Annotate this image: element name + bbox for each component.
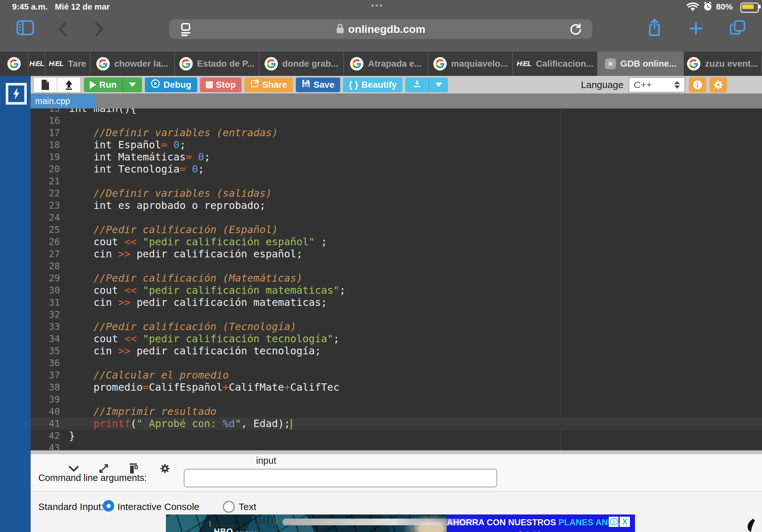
google-favicon-icon bbox=[7, 57, 21, 71]
language-select[interactable]: C++ bbox=[629, 77, 685, 93]
run-button[interactable]: Run bbox=[84, 78, 122, 92]
line-number: 25 bbox=[31, 224, 60, 235]
code-line-15[interactable]: 15int main(){ bbox=[31, 108, 762, 114]
code-line-38[interactable]: 38 promedio=CalifEspañol+CalifMate+Calif… bbox=[31, 381, 762, 393]
new-tab-button[interactable] bbox=[689, 21, 703, 37]
code-line-26[interactable]: 26 cout << "pedir calificación español" … bbox=[31, 236, 762, 248]
browser-tab-chowder-la[interactable]: chowder la... bbox=[90, 52, 175, 76]
line-content: int main(){ bbox=[69, 108, 137, 114]
code-line-19[interactable]: 19 int Matemáticas= 0; bbox=[31, 151, 762, 163]
code-editor[interactable]: 15int main(){1617 //Definir variables (e… bbox=[31, 108, 762, 450]
line-number: 36 bbox=[31, 358, 60, 368]
interactive-console-radio[interactable] bbox=[103, 500, 114, 511]
code-line-34[interactable]: 34 cout << "pedir calificación tecnologí… bbox=[31, 333, 762, 345]
share-code-button[interactable]: Share bbox=[244, 78, 293, 92]
browser-tab-estado-de-p[interactable]: Estado de P... bbox=[175, 52, 260, 76]
code-line-42[interactable]: 42} bbox=[31, 430, 762, 442]
browser-tab-donde-grab[interactable]: donde grab... bbox=[260, 52, 344, 76]
code-line-24[interactable]: 24 bbox=[31, 212, 762, 224]
info-button[interactable] bbox=[689, 77, 706, 93]
line-content: cout << "pedir calificación tecnología"; bbox=[69, 333, 340, 345]
download-icon bbox=[413, 79, 421, 90]
line-content: cout << "pedir calificación español" ; bbox=[69, 236, 327, 248]
line-number: 24 bbox=[31, 212, 60, 223]
code-line-20[interactable]: 20 int Tecnología= 0; bbox=[31, 163, 762, 175]
code-line-41[interactable]: 41 printf(" Aprobé con: %d", Edad); bbox=[31, 418, 762, 430]
code-line-18[interactable]: 18 int Español= 0; bbox=[31, 139, 762, 151]
text-radio[interactable] bbox=[223, 501, 235, 513]
reload-icon[interactable] bbox=[569, 23, 581, 37]
standard-input-label: Standard Input: bbox=[38, 501, 104, 512]
code-line-21[interactable]: 21 bbox=[31, 175, 762, 187]
file-tab-main-cpp[interactable]: main.cpp bbox=[31, 94, 95, 108]
pointer-cursor-icon bbox=[743, 518, 757, 532]
code-line-27[interactable]: 27 cin >> pedir calificación español; bbox=[31, 248, 762, 260]
upload-file-button[interactable] bbox=[57, 78, 80, 92]
line-content: //Imprimir resultado bbox=[69, 405, 216, 418]
code-line-23[interactable]: 23 int es aprobado o reprobado; bbox=[31, 199, 762, 212]
close-tab-icon[interactable]: × bbox=[605, 58, 616, 69]
code-line-17[interactable]: 17 //Definir variables (entradas) bbox=[31, 127, 762, 139]
browser-tab[interactable] bbox=[0, 52, 29, 76]
share-button[interactable] bbox=[647, 19, 662, 37]
panel-settings-gear-icon[interactable] bbox=[160, 463, 170, 475]
address-bar[interactable]: onlinegdb.com bbox=[169, 19, 592, 39]
beautify-button[interactable]: { } Beautify bbox=[343, 78, 402, 92]
lock-icon bbox=[336, 23, 344, 35]
panel-splitter[interactable] bbox=[31, 450, 762, 454]
browser-tab-gdb-online[interactable]: ×GDB online... bbox=[598, 52, 684, 76]
hiel-site-logo-icon: HiEL bbox=[49, 60, 63, 68]
code-line-37[interactable]: 37 //Calcular el promedio bbox=[31, 369, 762, 381]
play-icon bbox=[90, 81, 96, 89]
interactive-console-label: Interactive Console bbox=[117, 501, 199, 512]
run-options-button[interactable] bbox=[122, 78, 142, 92]
battery-percent: 80% bbox=[716, 2, 733, 12]
code-line-39[interactable]: 39 bbox=[31, 393, 762, 405]
debug-button[interactable]: Debug bbox=[145, 78, 197, 92]
ad-price-fragment: $ 0.00 bbox=[447, 530, 613, 532]
code-line-16[interactable]: 16 bbox=[31, 114, 762, 127]
code-line-25[interactable]: 25 //Pedir calificación (Español) bbox=[31, 224, 762, 236]
code-line-32[interactable]: 32 bbox=[31, 308, 762, 320]
new-file-button[interactable] bbox=[34, 78, 57, 92]
code-line-35[interactable]: 35 cin >> pedir calificación tecnología; bbox=[31, 345, 762, 357]
browser-tab-zuzu-event[interactable]: zuzu event... bbox=[684, 52, 762, 76]
code-line-22[interactable]: 22 //Definir variables (salidas) bbox=[31, 187, 762, 199]
download-options-button[interactable] bbox=[429, 78, 448, 92]
browser-tab-atrapada-e[interactable]: Atrapada e... bbox=[344, 52, 428, 76]
code-line-40[interactable]: 40 //Imprimir resultado bbox=[31, 405, 762, 418]
line-number: 41 bbox=[31, 418, 60, 429]
download-button[interactable] bbox=[405, 78, 429, 92]
browser-tab[interactable]: HiEL bbox=[29, 52, 45, 76]
lightning-bolt-icon[interactable] bbox=[6, 83, 27, 104]
browser-tab-calificacion[interactable]: HiELCalificacion... bbox=[513, 52, 598, 76]
code-line-30[interactable]: 30 cout << "pedir calificación matemátic… bbox=[31, 284, 762, 296]
settings-gear-button[interactable] bbox=[710, 77, 727, 93]
save-button[interactable]: Save bbox=[296, 78, 340, 92]
line-number: 28 bbox=[31, 261, 60, 271]
ad-info-button[interactable]: ⓘ bbox=[609, 517, 619, 527]
tabs-overview-button[interactable] bbox=[729, 20, 745, 36]
ad-close-button[interactable]: X bbox=[620, 517, 630, 527]
tab-title: maquiavelo... bbox=[451, 59, 508, 69]
code-line-43[interactable]: 43 bbox=[31, 442, 762, 450]
command-line-arguments-input[interactable] bbox=[184, 469, 497, 487]
debug-icon bbox=[151, 79, 160, 91]
code-line-29[interactable]: 29 //Pedir calificación (Matemáticas) bbox=[31, 272, 762, 284]
browser-tab-maquiavelo[interactable]: maquiavelo... bbox=[428, 52, 513, 76]
line-number: 39 bbox=[31, 394, 60, 405]
forward-button[interactable] bbox=[95, 21, 105, 38]
back-button[interactable] bbox=[57, 21, 68, 38]
code-lines: 15int main(){1617 //Definir variables (e… bbox=[31, 108, 762, 450]
ad-progress-bar bbox=[282, 519, 485, 525]
browser-tab-tare[interactable]: HiELTare bbox=[45, 52, 90, 76]
code-line-36[interactable]: 36 bbox=[31, 357, 762, 369]
sidebar-toggle-button[interactable] bbox=[16, 20, 35, 37]
google-favicon-icon bbox=[265, 57, 278, 71]
stop-button[interactable]: Stop bbox=[200, 78, 242, 92]
code-line-33[interactable]: 33 //Pedir calificación (Tecnología) bbox=[31, 320, 762, 333]
line-content: //Pedir calificación (Español) bbox=[69, 224, 278, 236]
code-line-28[interactable]: 28 bbox=[31, 260, 762, 272]
code-line-31[interactable]: 31 cin >> pedir calificación matematicas… bbox=[31, 296, 762, 308]
text-radio-label: Text bbox=[239, 501, 256, 512]
